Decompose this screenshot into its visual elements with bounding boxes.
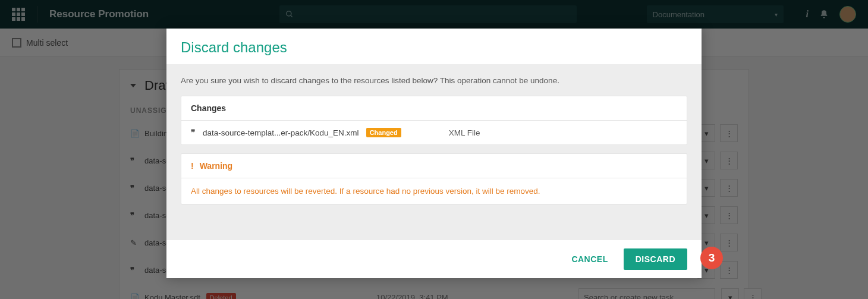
step-callout: 3: [700, 247, 723, 269]
warning-heading: Warning: [200, 161, 232, 171]
modal-title: Discard changes: [181, 39, 687, 56]
quote-icon: ❞: [191, 128, 196, 137]
discard-changes-modal: Discard changes Are you sure you wish to…: [166, 29, 702, 278]
cancel-button[interactable]: CANCEL: [564, 250, 615, 269]
changed-resource-row: ❞ data-source-templat...er-pack/Kodu_EN.…: [181, 121, 687, 144]
changed-badge: Changed: [366, 128, 401, 137]
resource-name: data-source-templat...er-pack/Kodu_EN.xm…: [203, 128, 359, 137]
modal-footer: CANCEL DISCARD: [166, 240, 702, 278]
modal-overlay: Discard changes Are you sure you wish to…: [0, 0, 868, 299]
warning-icon: !: [191, 161, 194, 171]
changes-heading: Changes: [181, 96, 687, 121]
warning-card: ! Warning All changes to resources will …: [181, 153, 687, 204]
warning-text: All changes to resources will be reverte…: [181, 178, 687, 204]
modal-prompt: Are you sure you wish to discard changes…: [181, 76, 687, 85]
discard-button[interactable]: DISCARD: [624, 248, 687, 270]
modal-header: Discard changes: [166, 29, 702, 64]
changes-card: Changes ❞ data-source-templat...er-pack/…: [181, 96, 687, 145]
resource-type: XML File: [449, 128, 480, 137]
